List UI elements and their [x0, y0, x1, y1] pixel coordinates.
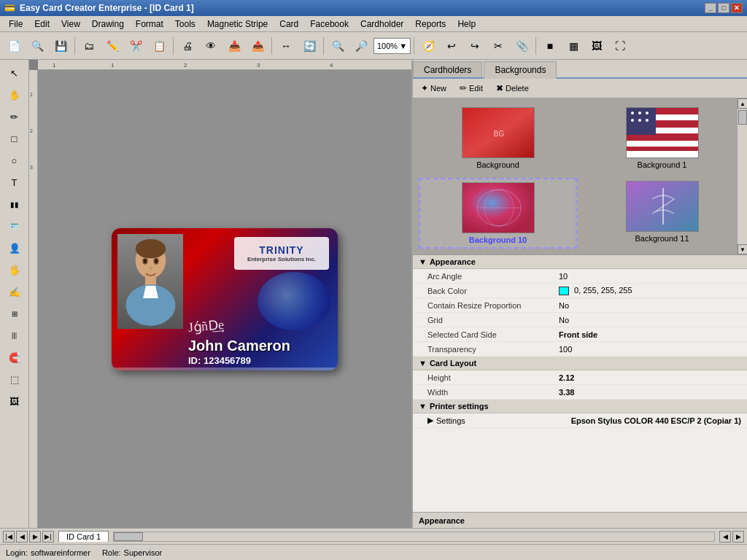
card-copy-button[interactable]: 📋	[148, 35, 170, 57]
card-edit-button[interactable]: ✏️	[101, 35, 123, 57]
tool-text[interactable]: T	[4, 172, 25, 192]
import-button[interactable]: 📥	[223, 35, 245, 57]
prop-back-color: Back Color 0, 255, 255, 255	[413, 284, 747, 298]
tool-hand[interactable]: ✋	[4, 85, 25, 105]
minimize-button[interactable]: _	[705, 3, 716, 13]
zoom-in-button[interactable]: 🔍	[327, 35, 349, 57]
nav-first-button[interactable]: |◀	[3, 531, 15, 542]
card-globe-decoration	[258, 272, 330, 330]
nav-prev-button[interactable]: ◀	[16, 531, 28, 542]
separator-2	[173, 37, 174, 55]
menu-magnetic-stripe[interactable]: Magnetic Stripe	[201, 18, 274, 31]
card-delete-button[interactable]: ✂️	[125, 35, 147, 57]
paste-button[interactable]: 📎	[511, 35, 533, 57]
scroll-thumb[interactable]	[738, 110, 747, 125]
horizontal-scrollbar[interactable]	[113, 532, 715, 542]
edit-background-button[interactable]: ✏ Edit	[454, 81, 488, 96]
menu-help[interactable]: Help	[452, 18, 481, 31]
prop-width: Width 3.38	[413, 385, 747, 400]
menu-tools[interactable]: Tools	[169, 18, 201, 31]
photo-button[interactable]: 🖼	[586, 35, 608, 57]
format1-button[interactable]: ■	[539, 35, 561, 57]
fullscreen-button[interactable]: ⛶	[609, 35, 631, 57]
background-item-0[interactable]: BG Background	[419, 104, 577, 172]
edit-label: Edit	[469, 84, 483, 93]
zoom-out-button[interactable]: 🔎	[350, 35, 372, 57]
background-label-0: Background	[476, 160, 519, 169]
color-swatch[interactable]	[559, 287, 569, 295]
new-background-button[interactable]: ✦ New	[416, 81, 452, 96]
card-new-button[interactable]: 🗂	[78, 35, 100, 57]
card-tab[interactable]: ID Card 1	[58, 531, 109, 542]
menu-edit[interactable]: Edit	[28, 18, 55, 31]
new-button[interactable]: 📄	[3, 35, 25, 57]
section-card-layout-header[interactable]: ▼ Card Layout	[413, 357, 747, 370]
section-printer-header[interactable]: ▼ Printer settings	[413, 400, 747, 413]
card-last-name: Cameron	[227, 338, 290, 354]
undo-button[interactable]: ↩	[441, 35, 462, 57]
ruler-horizontal: 1 1 2 3 4	[38, 60, 411, 70]
cut-button[interactable]: ✂	[487, 35, 509, 57]
open-button[interactable]: 🔍	[26, 35, 48, 57]
format2-button[interactable]: ▦	[562, 35, 584, 57]
tool-signature[interactable]: ✍	[4, 281, 25, 302]
scroll-left-button[interactable]: ◀	[719, 531, 731, 542]
menu-facebook[interactable]: Facebook	[304, 18, 355, 31]
export-button[interactable]: 📤	[247, 35, 268, 57]
nav-next-button[interactable]: ▶	[29, 531, 41, 542]
menu-drawing[interactable]: Drawing	[86, 18, 130, 31]
delete-background-button[interactable]: ✖ Delete	[491, 81, 534, 96]
preview-button[interactable]: 👁	[200, 35, 222, 57]
rotate-button[interactable]: 🔄	[298, 35, 320, 57]
tool-barcode2[interactable]: |||	[4, 325, 25, 346]
svg-point-23	[646, 119, 649, 122]
nav-last-button[interactable]: ▶|	[42, 531, 54, 542]
tab-cardholders[interactable]: Cardholders	[413, 61, 482, 77]
back-color-value: 0, 255, 255, 255	[574, 286, 632, 295]
tool-id-card[interactable]: 🪪	[4, 216, 25, 236]
tool-barcode[interactable]: ▮▮	[4, 194, 25, 214]
svg-rect-2	[144, 276, 155, 286]
print-button[interactable]: 🖨	[177, 35, 198, 57]
person-avatar-svg	[120, 236, 182, 327]
menu-view[interactable]: View	[55, 18, 86, 31]
tool-chip[interactable]: ⬚	[4, 369, 25, 389]
menu-cardholder[interactable]: Cardholder	[355, 18, 409, 31]
menu-reports[interactable]: Reports	[409, 18, 452, 31]
save-button[interactable]: 💾	[50, 35, 71, 57]
restore-button[interactable]: □	[718, 3, 729, 13]
close-button[interactable]: ✕	[731, 3, 743, 13]
tool-photo2[interactable]: 🖼	[4, 391, 25, 411]
tool-ellipse[interactable]: ○	[4, 150, 25, 171]
background-item-11[interactable]: Background 11	[583, 178, 741, 249]
card-signature: JǵñD͢e	[187, 316, 225, 335]
tool-arrow[interactable]: ↖	[4, 63, 25, 83]
menu-card[interactable]: Card	[274, 18, 304, 31]
tool-rect[interactable]: □	[4, 128, 25, 149]
tool-magnetic[interactable]: 🧲	[4, 347, 25, 368]
flip-button[interactable]: ↔️	[275, 35, 297, 57]
scroll-right-button[interactable]: ▶	[732, 531, 744, 542]
tool-fingerprint[interactable]: 🖐	[4, 260, 25, 280]
scroll-down-button[interactable]: ▼	[738, 244, 747, 254]
tool-grid[interactable]: ⊞	[4, 303, 25, 324]
menu-format[interactable]: Format	[130, 18, 169, 31]
h-scroll-thumb[interactable]	[114, 532, 143, 541]
id-card[interactable]: TRINITY Enterprise Solutions Inc. JǵñD͢e…	[112, 228, 338, 370]
menu-file[interactable]: File	[3, 18, 28, 31]
svg-point-19	[638, 112, 641, 114]
background-item-1[interactable]: Background 1	[583, 104, 741, 172]
zoom-dropdown-icon[interactable]: ▼	[399, 42, 407, 50]
app-icon: 💳	[4, 3, 15, 13]
background-item-10[interactable]: Background 10	[419, 178, 577, 249]
redo-button[interactable]: ↪	[464, 35, 486, 57]
scroll-up-button[interactable]: ▲	[738, 98, 747, 109]
tool-photo[interactable]: 👤	[4, 238, 25, 258]
tool-pencil[interactable]: ✏	[4, 106, 25, 127]
background-label-1: Background 1	[638, 160, 687, 169]
prop-printer-settings[interactable]: ▶ Settings Epson Stylus COLOR 440 ESC/P …	[413, 413, 747, 428]
navigate-button[interactable]: 🧭	[417, 35, 439, 57]
section-appearance-header[interactable]: ▼ Appearance	[413, 255, 747, 269]
tab-backgrounds[interactable]: Backgrounds	[484, 61, 557, 79]
zoom-display: 100% ▼	[374, 38, 411, 54]
